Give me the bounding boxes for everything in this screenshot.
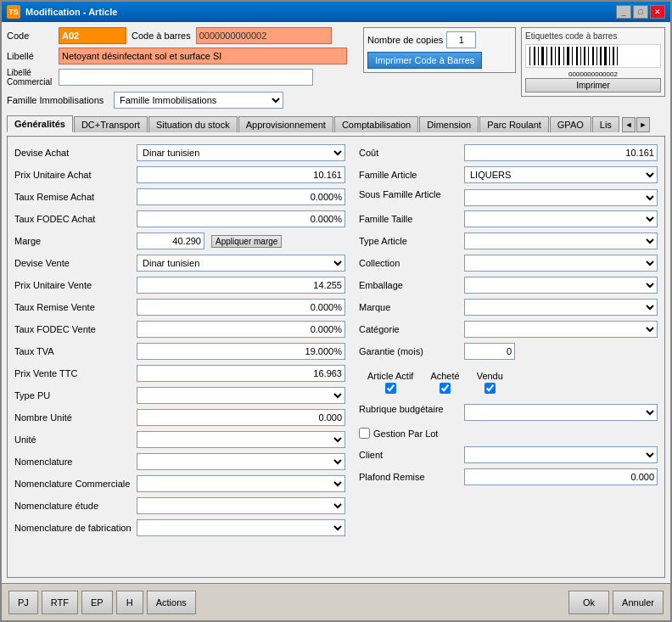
- nomenclature-commerciale-select[interactable]: [137, 475, 345, 492]
- devise-achat-select[interactable]: Dinar tunisien: [137, 144, 345, 161]
- h-button[interactable]: H: [116, 591, 143, 614]
- libelle-commercial-label: LibelléCommercial: [7, 68, 53, 87]
- close-button[interactable]: ✕: [650, 5, 665, 19]
- taux-tva-label: Taux TVA: [14, 346, 133, 356]
- prix-vente-ttc-label: Prix Vente TTC: [14, 368, 133, 378]
- vendu-checkbox[interactable]: [484, 383, 496, 394]
- imprimer-button[interactable]: Imprimer: [525, 78, 661, 92]
- etiquettes-label: Etiquettes code à barres: [525, 31, 661, 41]
- collection-select[interactable]: [464, 255, 658, 272]
- taux-remise-vente-label: Taux Remise Vente: [14, 302, 133, 312]
- rubrique-budgetaire-label: Rubrique budgétaire: [359, 402, 461, 414]
- cout-input[interactable]: [464, 144, 658, 161]
- app-icon: TS: [7, 5, 20, 19]
- barcode-number: 0000000000002: [525, 70, 661, 78]
- tab-gpao[interactable]: GPAO: [550, 116, 591, 132]
- tab-lis[interactable]: Lis: [592, 116, 619, 132]
- taux-fodec-achat-label: Taux FODEC Achat: [14, 214, 133, 224]
- taux-remise-achat-label: Taux Remise Achat: [14, 192, 133, 202]
- maximize-button[interactable]: □: [633, 5, 648, 19]
- minimize-button[interactable]: _: [616, 5, 631, 19]
- appliquer-marge-button[interactable]: Appliquer marge: [211, 235, 282, 248]
- type-article-label: Type Article: [359, 236, 461, 246]
- pj-button[interactable]: PJ: [8, 591, 38, 614]
- garantie-label: Garantie (mois): [359, 346, 461, 356]
- marque-select[interactable]: [464, 299, 658, 316]
- garantie-input[interactable]: [464, 343, 515, 360]
- marge-input[interactable]: [137, 233, 204, 249]
- gestion-par-lot-label: Gestion Par Lot: [373, 429, 438, 439]
- ok-button[interactable]: Ok: [568, 591, 609, 614]
- famille-taille-label: Famille Taille: [359, 214, 461, 224]
- unite-label: Unité: [14, 434, 133, 445]
- nomenclature-select[interactable]: [137, 453, 345, 470]
- tab-dimension[interactable]: Dimension: [419, 116, 479, 132]
- prix-unitaire-achat-label: Prix Unitaire Achat: [14, 170, 133, 180]
- rtf-button[interactable]: RTF: [42, 591, 78, 614]
- taux-tva-input[interactable]: [137, 343, 345, 360]
- collection-label: Collection: [359, 258, 461, 268]
- libelle-input[interactable]: [59, 48, 347, 64]
- unite-select[interactable]: [137, 431, 345, 448]
- barcode-image: [525, 44, 661, 68]
- nombre-unite-input[interactable]: [137, 409, 345, 426]
- libelle-label: Libellé: [7, 51, 53, 61]
- vendu-label: Vendu: [477, 371, 503, 381]
- code-input[interactable]: [59, 27, 126, 44]
- main-panel: Devise Achat Dinar tunisien Prix Unitair…: [7, 136, 665, 578]
- nombre-copies-input[interactable]: [446, 31, 476, 48]
- annuler-button[interactable]: Annuler: [613, 591, 664, 614]
- ep-button[interactable]: EP: [81, 591, 113, 614]
- nomenclature-label: Nomenclature: [14, 457, 133, 467]
- tab-dc-transport[interactable]: DC+Transport: [74, 116, 148, 132]
- devise-vente-select[interactable]: Dinar tunisien: [137, 255, 345, 272]
- taux-fodec-achat-input[interactable]: [137, 210, 345, 227]
- marge-label: Marge: [14, 236, 133, 246]
- article-actif-checkbox[interactable]: [385, 383, 396, 394]
- type-pu-label: Type PU: [14, 390, 133, 401]
- plafond-remise-label: Plafond Remise: [359, 472, 461, 482]
- article-actif-label: Article Actif: [367, 371, 413, 381]
- taux-remise-vente-input[interactable]: [137, 299, 345, 316]
- famille-article-select[interactable]: LIQUERS: [464, 166, 658, 183]
- nomenclature-commerciale-label: Nomenclature Commerciale: [14, 479, 133, 489]
- plafond-remise-input[interactable]: [464, 468, 658, 485]
- type-pu-select[interactable]: [137, 387, 345, 404]
- nomenclature-etude-select[interactable]: [137, 497, 345, 514]
- gestion-par-lot-checkbox[interactable]: [359, 428, 370, 439]
- marque-label: Marque: [359, 302, 461, 312]
- actions-button[interactable]: Actions: [147, 591, 196, 614]
- devise-achat-label: Devise Achat: [14, 148, 133, 158]
- libelle-commercial-input[interactable]: [59, 69, 313, 86]
- taux-remise-achat-input[interactable]: [137, 188, 345, 205]
- type-article-select[interactable]: [464, 233, 658, 249]
- imprimer-code-button[interactable]: Imprimer Code à Barres: [367, 52, 482, 69]
- taux-fodec-vente-label: Taux FODEC Vente: [14, 324, 133, 334]
- famille-article-label: Famille Article: [359, 170, 461, 180]
- achete-checkbox[interactable]: [440, 383, 451, 394]
- famille-taille-select[interactable]: [464, 210, 658, 227]
- sous-famille-select[interactable]: [464, 189, 658, 206]
- tab-comptabilisation[interactable]: Comptabilisation: [334, 116, 418, 132]
- tab-generalites[interactable]: Généralités: [7, 115, 73, 132]
- barres-input[interactable]: [196, 27, 332, 44]
- tab-approvisionnement[interactable]: Approvisionnement: [238, 116, 333, 132]
- prix-unitaire-achat-input[interactable]: [137, 166, 345, 183]
- tab-situation-stock[interactable]: Situation du stock: [148, 116, 238, 132]
- emballage-select[interactable]: [464, 277, 658, 294]
- achete-label: Acheté: [430, 371, 459, 381]
- nomenclature-fabrication-select[interactable]: [137, 519, 345, 536]
- categorie-select[interactable]: [464, 321, 658, 338]
- bottom-bar: PJ RTF EP H Actions Ok Annuler: [2, 583, 670, 620]
- taux-fodec-vente-input[interactable]: [137, 321, 345, 338]
- cout-label: Coût: [359, 148, 461, 158]
- prix-vente-ttc-input[interactable]: [137, 365, 345, 382]
- rubrique-budgetaire-select[interactable]: [464, 404, 658, 421]
- tab-parc-roulant[interactable]: Parc Roulant: [479, 116, 549, 132]
- tab-next-button[interactable]: ►: [636, 117, 650, 132]
- famille-select[interactable]: Famille Immobilisations: [114, 92, 283, 109]
- tab-prev-button[interactable]: ◄: [622, 117, 636, 132]
- prix-unitaire-vente-input[interactable]: [137, 277, 345, 294]
- client-select[interactable]: [464, 446, 658, 463]
- emballage-label: Emballage: [359, 280, 461, 290]
